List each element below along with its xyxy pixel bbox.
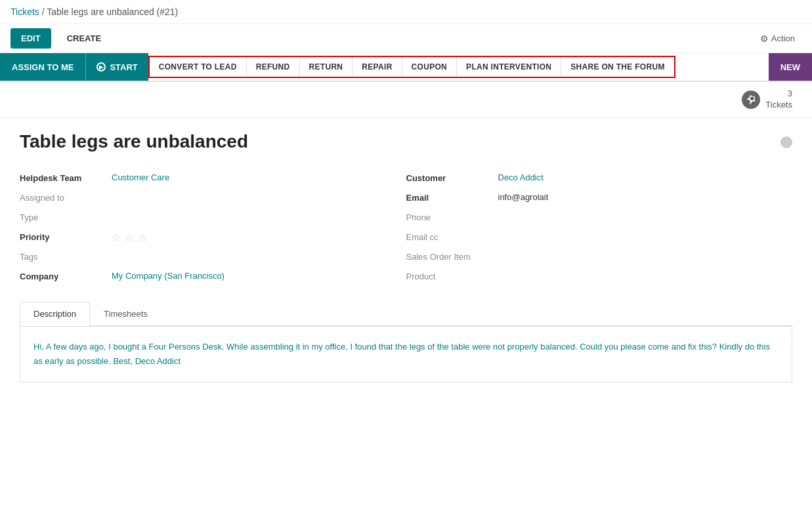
play-icon: ▶: [96, 62, 106, 71]
coupon-button[interactable]: COUPON: [402, 57, 457, 77]
form-right: Customer Deco Addict Email info@agrolait…: [406, 168, 793, 286]
plan-intervention-button[interactable]: PLAN INTERVENTION: [457, 57, 561, 77]
ticket-title: Table legs are unbalanced: [20, 131, 248, 152]
company-row: Company My Company (San Francisco): [20, 266, 406, 286]
ticket-title-area: Table legs are unbalanced: [20, 131, 792, 152]
return-button[interactable]: RETURN: [300, 57, 353, 77]
sales-order-label: Sales Order Item: [406, 251, 492, 262]
product-label: Product: [406, 271, 492, 281]
gear-icon: ⚙: [760, 33, 769, 44]
email-value[interactable]: info@agrolait: [498, 192, 549, 202]
action-button[interactable]: ⚙ Action: [754, 30, 801, 48]
ticket-count: 3 Tickets: [765, 89, 792, 111]
priority-stars[interactable]: ☆ ☆ ☆: [112, 232, 148, 242]
product-row: Product: [406, 266, 793, 286]
tab-timesheets[interactable]: Timesheets: [90, 302, 161, 325]
action-bar: ASSIGN TO ME ▶ START CONVERT TO LEAD REF…: [0, 53, 812, 82]
breadcrumb-sep: /: [42, 7, 45, 17]
customer-row: Customer Deco Addict: [406, 168, 793, 188]
sales-order-row: Sales Order Item: [406, 247, 793, 266]
email-label: Email: [406, 192, 492, 203]
ticket-count-bar: ⚽ 3 Tickets: [0, 82, 812, 118]
form-left: Helpdesk Team Customer Care Assigned to …: [20, 168, 406, 286]
start-button[interactable]: ▶ START: [85, 53, 148, 81]
email-cc-row: Email cc: [406, 227, 793, 247]
customer-value[interactable]: Deco Addict: [498, 172, 544, 182]
convert-to-lead-button[interactable]: CONVERT TO LEAD: [150, 57, 247, 77]
assign-to-me-button[interactable]: ASSIGN TO ME: [0, 53, 85, 81]
tags-row: Tags: [20, 247, 406, 266]
assigned-to-label: Assigned to: [20, 192, 105, 203]
star-1[interactable]: ☆: [112, 232, 122, 242]
type-row: Type: [20, 207, 406, 227]
tabs: Description Timesheets: [20, 302, 792, 326]
helpdesk-team-row: Helpdesk Team Customer Care: [20, 168, 406, 188]
refund-button[interactable]: REFUND: [247, 57, 300, 77]
tab-description[interactable]: Description: [20, 302, 90, 326]
phone-row: Phone: [406, 207, 793, 227]
share-on-forum-button[interactable]: SHARE ON THE FORUM: [561, 57, 673, 77]
description-area: Hi, A few days ago, I bought a Four Pers…: [20, 326, 792, 382]
assigned-to-row: Assigned to: [20, 188, 406, 207]
new-button[interactable]: NEW: [769, 53, 812, 81]
phone-label: Phone: [406, 212, 492, 222]
status-circle[interactable]: [780, 136, 792, 148]
breadcrumb: Tickets / Table legs are unbalanced (#21…: [0, 0, 812, 24]
form-grid: Helpdesk Team Customer Care Assigned to …: [20, 168, 792, 286]
tags-label: Tags: [20, 251, 105, 262]
helpdesk-team-value[interactable]: Customer Care: [112, 172, 169, 182]
email-cc-label: Email cc: [406, 232, 492, 242]
top-toolbar: EDIT CREATE ⚙ Action: [0, 24, 812, 53]
breadcrumb-parent[interactable]: Tickets: [11, 7, 39, 17]
star-2[interactable]: ☆: [125, 232, 135, 242]
edit-button[interactable]: EDIT: [11, 28, 51, 49]
helpdesk-icon: ⚽: [742, 91, 760, 109]
main-content: Table legs are unbalanced Helpdesk Team …: [0, 118, 812, 395]
helpdesk-team-label: Helpdesk Team: [20, 172, 105, 183]
action-buttons-group: CONVERT TO LEAD REFUND RETURN REPAIR COU…: [148, 56, 675, 78]
company-value[interactable]: My Company (San Francisco): [112, 271, 224, 281]
star-3[interactable]: ☆: [138, 232, 148, 242]
priority-label: Priority: [20, 232, 105, 242]
description-text: Hi, A few days ago, I bought a Four Pers…: [33, 342, 770, 366]
priority-row: Priority ☆ ☆ ☆: [20, 227, 406, 247]
email-row: Email info@agrolait: [406, 188, 793, 207]
company-label: Company: [20, 271, 105, 281]
repair-button[interactable]: REPAIR: [353, 57, 402, 77]
create-button[interactable]: CREATE: [56, 28, 112, 49]
customer-label: Customer: [406, 172, 492, 183]
breadcrumb-current: Table legs are unbalanced (#21): [47, 7, 178, 17]
type-label: Type: [20, 212, 105, 222]
